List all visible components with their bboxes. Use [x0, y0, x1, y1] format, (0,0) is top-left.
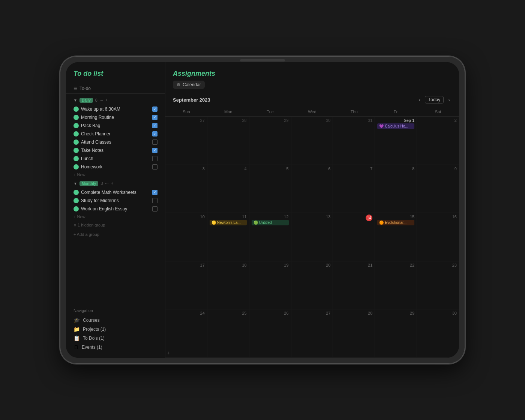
item-color-dot — [74, 164, 79, 170]
monthly-badge: Monthly — [80, 181, 98, 186]
cell-aug-30[interactable]: 30 — [291, 117, 333, 165]
item-checkbox[interactable] — [152, 115, 158, 120]
item-checkbox[interactable] — [152, 148, 158, 153]
add-group-btn[interactable]: + Add a group — [66, 230, 165, 239]
todo-item-english-essay: Work on English Essay — [66, 205, 165, 213]
item-label: Attend Classes — [81, 140, 150, 145]
courses-icon: 🎓 — [74, 317, 80, 323]
monthly-group-header[interactable]: ▼ Monthly 3 ··· + — [66, 178, 165, 188]
nav-title: Navigation — [74, 308, 158, 313]
cell-sep-5[interactable]: 5 — [249, 165, 291, 213]
event-emoji: 💜 — [379, 124, 384, 128]
cell-sep-11[interactable]: 11 🟡 Newton's La... — [207, 213, 249, 261]
item-checkbox[interactable] — [152, 190, 158, 195]
cell-sep-30[interactable]: 30 — [417, 309, 459, 357]
event-newtons-law[interactable]: 🟡 Newton's La... — [210, 220, 247, 225]
cell-sep-13[interactable]: 13 — [291, 213, 333, 261]
cell-sep-6[interactable]: 6 — [291, 165, 333, 213]
cell-sep-3[interactable]: 3 — [165, 165, 207, 213]
todo-section-header: ☰ To-do — [66, 84, 165, 94]
nav-todos-label: To Do's (1) — [83, 336, 105, 341]
event-calculus[interactable]: 💜 Calculus Ho... — [377, 123, 414, 129]
add-event-btn[interactable]: + — [167, 350, 170, 356]
event-untitled[interactable]: 🟢 Untitled — [252, 220, 289, 225]
monthly-count: 3 — [100, 181, 103, 186]
cell-sep-10[interactable]: 10 — [165, 213, 207, 261]
cell-sep-16[interactable]: 16 — [417, 213, 459, 261]
cell-sep-1[interactable]: Sep 1 💜 Calculus Ho... — [375, 117, 417, 165]
cell-sep-2[interactable]: 2 — [417, 117, 459, 165]
cell-sep-15[interactable]: 15 🟠 Evolutionar... — [375, 213, 417, 261]
daily-more-icon[interactable]: ··· — [100, 98, 103, 102]
nav-projects-label: Projects (1) — [83, 327, 106, 332]
nav-item-projects[interactable]: 📁 Projects (1) — [74, 325, 158, 334]
cell-sep-8[interactable]: 8 — [375, 165, 417, 213]
cell-sep-14-today[interactable]: 14 — [333, 213, 375, 261]
cell-sep-17[interactable]: 17 — [165, 261, 207, 309]
daily-new-item-btn[interactable]: + New — [66, 171, 165, 178]
cell-aug-31[interactable]: 31 — [333, 117, 375, 165]
item-color-dot — [74, 190, 79, 195]
prev-month-button[interactable]: ‹ — [417, 96, 422, 104]
cell-sep-7[interactable]: 7 — [333, 165, 375, 213]
item-checkbox[interactable] — [152, 156, 158, 161]
cell-sep-24[interactable]: 24 + — [165, 309, 207, 357]
nav-item-events[interactable]: 🗓 Events (1) — [74, 343, 158, 352]
daily-add-icon[interactable]: + — [105, 98, 108, 103]
item-color-dot — [74, 198, 79, 203]
monthly-add-icon[interactable]: + — [111, 181, 114, 186]
item-checkbox[interactable] — [152, 198, 158, 203]
item-checkbox[interactable] — [152, 106, 158, 112]
calendar-week-4: 17 18 19 20 21 22 23 — [165, 261, 459, 310]
new-item-label: + New — [74, 214, 86, 219]
item-checkbox[interactable] — [152, 164, 158, 170]
event-label: Newton's La... — [217, 220, 241, 225]
event-evolutionary[interactable]: 🟠 Evolutionar... — [377, 220, 414, 225]
hidden-group-toggle[interactable]: ∨ 1 hidden group — [66, 220, 165, 230]
cell-aug-28[interactable]: 28 — [207, 117, 249, 165]
item-color-dot — [74, 206, 79, 212]
nav-item-todos[interactable]: 📋 To Do's (1) — [74, 334, 158, 343]
monthly-more-icon[interactable]: ··· — [105, 181, 108, 186]
calendar-week-5: 24 + 25 26 27 28 29 30 — [165, 309, 459, 358]
calendar-tab-button[interactable]: 🗓 Calendar — [173, 81, 205, 89]
item-checkbox[interactable] — [152, 131, 158, 136]
today-button[interactable]: Today — [425, 96, 444, 104]
item-color-dot — [74, 148, 79, 153]
nav-item-courses[interactable]: 🎓 Courses — [74, 316, 158, 325]
item-label: Complete Math Worksheets — [81, 190, 150, 195]
cell-sep-18[interactable]: 18 — [207, 261, 249, 309]
item-checkbox[interactable] — [152, 140, 158, 145]
cell-sep-23[interactable]: 23 — [417, 261, 459, 309]
cell-sep-28[interactable]: 28 — [333, 309, 375, 357]
cell-sep-12[interactable]: 12 🟢 Untitled — [249, 213, 291, 261]
cell-sep-29[interactable]: 29 — [375, 309, 417, 357]
cell-sep-26[interactable]: 26 — [249, 309, 291, 357]
todos-icon: 📋 — [74, 335, 80, 341]
list-icon: ☰ — [74, 86, 77, 91]
cell-aug-27[interactable]: 27 — [165, 117, 207, 165]
calendar-nav: ‹ Today › — [417, 96, 452, 104]
monthly-new-item-btn[interactable]: + New — [66, 213, 165, 220]
day-header-sat: Sat — [417, 107, 459, 116]
item-checkbox[interactable] — [152, 206, 158, 212]
collapse-icon: ▼ — [74, 98, 77, 102]
item-label: Study for Midterms — [81, 198, 150, 203]
left-panel: To do list ☰ To-do ▼ Daily 8 ··· + Wake … — [66, 62, 165, 358]
daily-group-header[interactable]: ▼ Daily 8 ··· + — [66, 95, 165, 105]
cell-sep-25[interactable]: 25 — [207, 309, 249, 357]
cell-sep-27[interactable]: 27 — [291, 309, 333, 357]
item-label: Homework — [81, 164, 150, 170]
cell-aug-29[interactable]: 29 — [249, 117, 291, 165]
cell-sep-20[interactable]: 20 — [291, 261, 333, 309]
next-month-button[interactable]: › — [447, 96, 452, 104]
cell-sep-21[interactable]: 21 — [333, 261, 375, 309]
daily-badge: Daily — [80, 98, 93, 103]
item-checkbox[interactable] — [152, 123, 158, 128]
assignments-title: Assignments — [165, 62, 459, 81]
cell-sep-4[interactable]: 4 — [207, 165, 249, 213]
cell-sep-19[interactable]: 19 — [249, 261, 291, 309]
cell-sep-9[interactable]: 9 — [417, 165, 459, 213]
todo-item-homework: Homework — [66, 163, 165, 171]
cell-sep-22[interactable]: 22 — [375, 261, 417, 309]
